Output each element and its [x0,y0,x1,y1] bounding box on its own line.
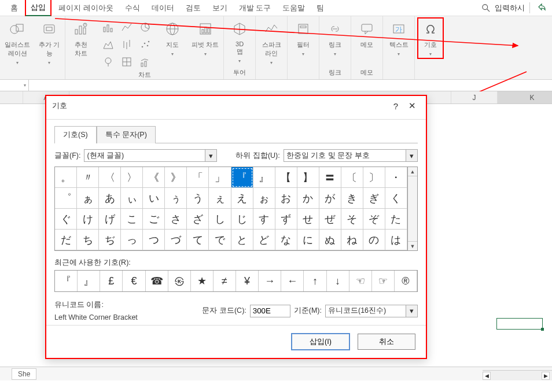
recent-symbol-cell[interactable]: 』 [78,271,100,291]
memo-button[interactable]: 메모 [356,20,378,49]
symbol-cell[interactable]: ぜ [319,209,341,230]
symbol-cell[interactable]: ぎ [363,188,385,209]
dialog-close[interactable]: ✕ [404,101,420,111]
stock-chart-icon[interactable] [119,37,135,52]
symbol-cell[interactable]: ・ [385,167,407,188]
char-code-input[interactable] [250,305,290,317]
3d-map-button[interactable]: 3D 맵▾ [229,20,251,64]
scroll-up-icon[interactable]: ▲ [408,167,417,176]
scroll-left-icon[interactable]: ◀ [483,372,491,380]
symbol-cell[interactable]: さ [165,209,187,230]
symbol-cell[interactable]: す [253,209,275,230]
symbol-cell[interactable]: っ [121,230,143,250]
symbol-cell[interactable]: お [275,188,297,209]
symbol-cell[interactable]: こ [121,209,143,230]
symbol-cell[interactable]: 「 [187,167,209,188]
pie-chart-icon[interactable] [137,20,153,35]
grid-scrollbar[interactable]: ▲ ▼ [408,167,418,251]
recent-symbol-cell[interactable]: ㉿ [168,271,191,291]
dialog-help[interactable]: ? [388,101,404,111]
chevron-down-icon[interactable]: ▾ [406,305,417,317]
symbol-cell[interactable]: ぞ [363,209,385,230]
symbol-cell[interactable]: き [341,188,363,209]
symbol-cell[interactable]: ず [275,209,297,230]
share-icon[interactable] [529,2,546,13]
symbol-cell[interactable]: で [209,230,231,250]
recent-symbol-cell[interactable]: ¥ [236,271,259,291]
symbol-cell[interactable]: ぅ [165,188,187,209]
hscroll[interactable]: ◀ ▶ [483,370,552,380]
symbol-cell[interactable]: ゜ [55,188,77,209]
col-J[interactable]: J [451,91,498,103]
filter-button[interactable]: 필터▾ [292,20,314,57]
name-box-dropdown[interactable]: ▾ [0,80,29,91]
scatter-chart-icon[interactable] [137,37,153,52]
recent-symbol-cell[interactable]: ☜ [349,271,372,291]
select-all[interactable] [0,91,23,103]
tab-data[interactable]: 데이터 [147,1,179,16]
sparklines-button[interactable]: 스파크 라인▾ [260,20,282,65]
symbol-cell[interactable]: え [231,188,253,209]
symbol-cell[interactable]: そ [341,209,363,230]
symbol-cell[interactable]: 〔 [341,167,363,188]
recent-symbol-cell[interactable]: ★ [191,271,214,291]
symbol-cell[interactable]: と [231,230,253,250]
pivot-chart-button[interactable]: 피벗 차트▾ [192,20,219,57]
tab-view[interactable]: 보기 [208,1,232,16]
symbol-cell[interactable]: づ [165,230,187,250]
tab-formulas[interactable]: 수식 [120,1,145,16]
symbol-cell[interactable]: に [297,230,319,250]
subset-combo[interactable]: 한중일 기호 및 문장 부호 ▾ [284,149,418,162]
maps-button[interactable]: 지도▾ [161,20,183,57]
symbol-cell[interactable]: あ [99,188,121,209]
tab-insert[interactable]: 삽입 [25,0,51,17]
symbol-cell[interactable]: く [385,188,407,209]
tab-special-chars[interactable]: 특수 문자(P) [97,126,156,143]
symbol-cell[interactable]: 」 [209,167,231,188]
symbol-cell[interactable]: て [187,230,209,250]
tab-team[interactable]: 팀 [312,1,329,16]
cancel-button[interactable]: 취소 [358,334,415,350]
chevron-down-icon[interactable]: ▾ [406,150,417,161]
recent-symbol-cell[interactable]: → [259,271,281,291]
recent-symbol-cell[interactable]: ☞ [372,271,395,291]
symbol-cell[interactable]: 》 [165,167,187,188]
symbol-cell[interactable]: ど [253,230,275,250]
scroll-right-icon[interactable]: ▶ [542,372,550,380]
recent-symbol-cell[interactable]: ® [395,271,417,291]
recommended-charts[interactable]: ? 추천 차트 [70,20,92,58]
symbol-cell[interactable]: 】 [297,167,319,188]
symbol-cell[interactable]: 。 [55,167,77,188]
link-button[interactable]: 링크▾ [324,20,346,57]
chevron-down-icon[interactable]: ▾ [205,150,216,161]
line-chart-icon[interactable] [119,20,135,35]
recent-symbol-cell[interactable]: 『 [55,271,78,291]
symbol-cell[interactable]: ち [77,230,99,250]
symbol-cell[interactable]: ぐ [55,209,77,230]
symbol-cell[interactable]: じ [231,209,253,230]
sheet-tab-1[interactable]: She [12,368,36,380]
symbol-cell[interactable]: ぉ [253,188,275,209]
symbol-cell[interactable]: ぬ [319,230,341,250]
symbol-cell[interactable]: ぃ [121,188,143,209]
symbol-cell[interactable]: は [385,230,407,250]
symbol-cell[interactable]: た [385,209,407,230]
symbol-cell[interactable]: か [297,188,319,209]
symbol-cell[interactable]: つ [143,230,165,250]
recent-symbol-cell[interactable]: ☎ [146,271,168,291]
tab-developer[interactable]: 개발 도구 [234,1,276,16]
tab-page-layout[interactable]: 페이지 레이아웃 [54,1,118,16]
radar-chart-icon[interactable] [100,54,116,69]
basis-combo[interactable]: 유니코드(16진수) ▾ [325,305,418,317]
symbol-cell[interactable]: ぇ [209,188,231,209]
symbol-cell[interactable]: い [143,188,165,209]
symbol-cell[interactable]: げ [99,209,121,230]
tab-help[interactable]: 도움말 [278,1,310,16]
symbol-cell[interactable]: 『 [231,167,253,188]
area-chart-icon[interactable] [100,37,116,52]
symbol-cell[interactable]: ご [143,209,165,230]
symbol-cell[interactable]: ぁ [77,188,99,209]
symbol-cell[interactable]: 〕 [363,167,385,188]
bar-chart-icon[interactable] [100,20,116,35]
addins-button[interactable]: 추가 기 능▾ [38,20,60,65]
